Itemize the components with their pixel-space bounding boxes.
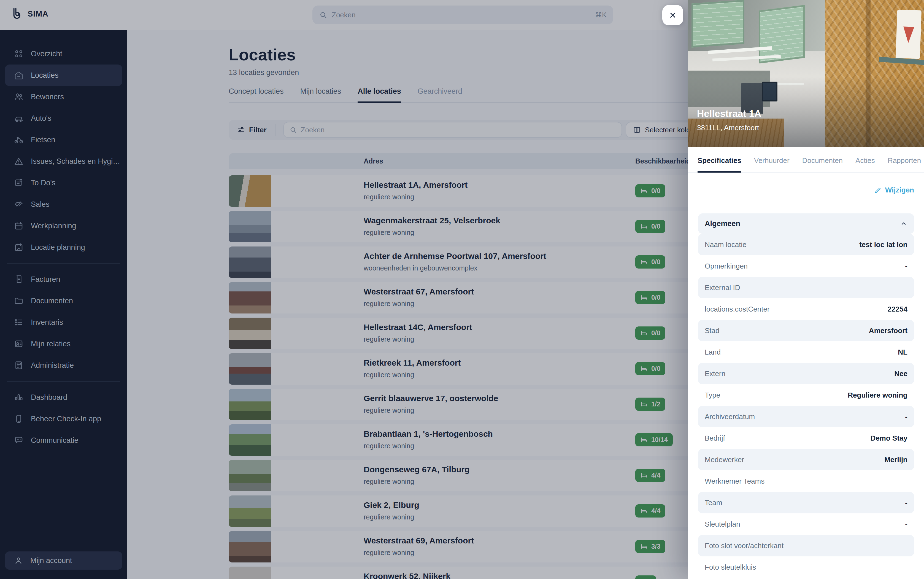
field-row: Foto sleutelkluis (698, 556, 914, 578)
field-row: Stad Amersfoort (698, 320, 914, 341)
close-drawer-button[interactable] (662, 5, 683, 25)
field-value: - (905, 520, 908, 528)
field-value: - (905, 412, 908, 421)
field-value: NL (898, 348, 908, 357)
field-row: Extern Nee (698, 363, 914, 384)
field-row: Werknemer Teams (698, 470, 914, 492)
field-label: Extern (705, 370, 725, 378)
field-label: Type (705, 391, 720, 399)
field-value: Merlijn (884, 455, 908, 464)
drawer-title: Hellestraat 1A (697, 108, 761, 119)
field-label: Foto slot voor/achterkant (705, 541, 784, 550)
field-value: Nee (894, 370, 908, 378)
drawer-tabs: Specificaties Verhuurder Documenten Acti… (688, 147, 924, 173)
field-row: Naam locatie test loc lat lon (698, 234, 914, 255)
field-label: Archiveerdatum (705, 412, 755, 421)
field-row: Team - (698, 492, 914, 514)
pencil-icon (874, 186, 882, 194)
field-row: Land NL (698, 341, 914, 363)
field-label: Werknemer Teams (705, 477, 764, 486)
field-label: Team (705, 499, 722, 507)
field-row: Bedrijf Demo Stay (698, 427, 914, 449)
specification-fields: Naam locatie test loc lat lon Opmerkinge… (698, 234, 914, 578)
field-value: Amersfoort (869, 326, 908, 335)
field-value: - (905, 262, 908, 270)
location-hero-image: Hellestraat 1A 3811LL, Amersfoort (688, 0, 924, 147)
field-row: Archiveerdatum - (698, 406, 914, 427)
drawer-tab[interactable]: Rapporten (888, 156, 921, 172)
field-row: Opmerkingen - (698, 255, 914, 277)
field-value: test loc lat lon (859, 240, 908, 249)
field-label: External ID (705, 283, 740, 292)
drawer-subtitle: 3811LL, Amersfoort (697, 124, 759, 132)
section-algemeen-header[interactable]: Algemeen (698, 213, 914, 234)
drawer-tab[interactable]: Acties (856, 156, 875, 172)
drawer-tab[interactable]: Verhuurder (754, 156, 790, 172)
location-detail-drawer: Hellestraat 1A 3811LL, Amersfoort Specif… (688, 0, 924, 579)
field-value: 22254 (888, 305, 908, 314)
close-icon (669, 11, 677, 19)
field-value: Demo Stay (870, 434, 908, 443)
field-row: locations.costCenter 22254 (698, 298, 914, 320)
field-row: Medewerker Merlijn (698, 449, 914, 470)
field-label: Stad (705, 326, 720, 335)
drawer-tab[interactable]: Documenten (802, 156, 843, 172)
field-row: External ID (698, 277, 914, 298)
field-label: Land (705, 348, 721, 357)
field-row: Foto slot voor/achterkant (698, 535, 914, 556)
field-row: Sleutelplan - (698, 514, 914, 535)
field-label: Opmerkingen (705, 262, 748, 270)
field-label: Bedrijf (705, 434, 725, 443)
field-label: Medewerker (705, 455, 744, 464)
field-label: Foto sleutelkluis (705, 563, 756, 572)
app-root: SIMA ⌘K Overzicht Locaties Bewoners (0, 0, 924, 579)
field-label: locations.costCenter (705, 305, 770, 314)
edit-button[interactable]: Wijzigen (874, 186, 914, 195)
field-value: Reguliere woning (848, 391, 908, 399)
field-value: - (905, 499, 908, 507)
field-row: Type Reguliere woning (698, 384, 914, 406)
field-label: Sleutelplan (705, 520, 740, 528)
field-label: Naam locatie (705, 240, 746, 249)
drawer-tab[interactable]: Specificaties (697, 156, 741, 172)
chevron-up-icon (900, 220, 908, 227)
